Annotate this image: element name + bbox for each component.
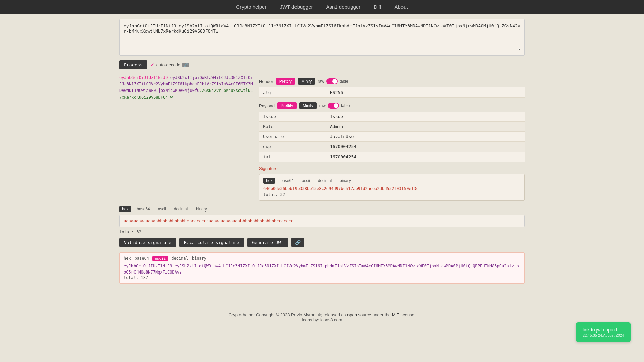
payload-raw-label: raw [319,103,326,108]
jwt-header-text: eyJhbGciOiJIUzI1NiJ9 [119,75,168,80]
result-ascii-tab-active[interactable]: ascii [152,256,168,261]
validate-signature-button[interactable]: Validate signature [119,238,176,247]
result-binary-tab-label[interactable]: binary [192,256,206,261]
payload-minify-button[interactable]: Minify [299,102,316,109]
payload-table-row: iat1670004254 [259,152,525,162]
header-label: Header [259,79,273,84]
result-decimal-tab-label[interactable]: decimal [171,256,189,261]
payload-table: IssuerIssuerRoleAdminUsernameJavaInUseex… [259,112,525,162]
result-value: eyJhbGciOiJIUzI1NiJ9.eyJSb2xlIjoiQWRtaW4… [124,263,520,275]
two-col-layout: eyJhbGciOiJIUzI1NiJ9.eyJSb2xlIjoiQWRtaW4… [119,75,525,201]
nav-asn1-debugger[interactable]: Asn1 debugger [326,4,360,10]
nav-about[interactable]: About [394,4,408,10]
alg-key: alg [259,87,326,98]
payload-table-row: RoleAdmin [259,122,525,132]
auto-decode-label: auto-decode [156,62,180,67]
header-minify-button[interactable]: Minify [298,78,315,85]
result-total: total: 187 [124,275,520,280]
sig-hex-value: 646b0de36bebf9b338bb15e8c2d94d97bc517ab9… [263,186,520,191]
payload-value: Issuer [326,112,525,122]
result-box: hex base64 ascii decimal binary eyJhbGci… [119,252,525,284]
payload-table-row: UsernameJavaInUse [259,132,525,142]
footer-divider [119,289,525,289]
nav-crypto-helper[interactable]: Crypto helper [236,4,266,10]
footer-icons: Icons by: icons8.com [5,317,639,322]
payload-value: Admin [326,122,525,132]
navbar: Crypto helper JWT debugger Asn1 debugger… [0,0,644,14]
open-source-link[interactable]: open source [347,312,371,317]
signature-label: Signature [259,166,525,172]
mit-license-link[interactable]: MIT [392,312,399,317]
header-raw-label: raw [318,79,324,84]
recalculate-signature-button[interactable]: Recalculate signature [179,238,244,247]
input-area: eyJhbGciOiJIUzI1NiJ9.eyJSb2xlIjoiQWRtaW4… [119,19,525,56]
payload-table-row: IssuerIssuer [259,112,525,122]
table-row: alg HS256 [259,87,525,98]
payload-value: JavaInUse [326,132,525,142]
sig-hex-tab[interactable]: hex [263,178,275,184]
sig-base64-tab[interactable]: base64 [278,178,296,184]
generate-jwt-button[interactable]: Generate JWT [247,238,288,247]
payload-section-bar: Payload Prettify Minify raw table [259,102,525,109]
payload-value: 1670004254 [326,142,525,152]
auto-decode-container: ✔ auto-decode 🔗 [151,62,189,67]
jwt-dot2: . [199,88,202,93]
left-column: eyJhbGciOiJIUzI1NiJ9.eyJSb2xlIjoiQWRtaW4… [119,75,254,201]
process-button[interactable]: Process [119,60,147,69]
payload-raw-toggle-container: raw table [319,103,350,109]
payload-key: exp [259,142,326,152]
header-table: alg HS256 [259,87,525,98]
result-base64-tab-label[interactable]: base64 [135,256,149,261]
main-container: eyJhbGciOiJIUzI1NiJ9.eyJSb2xlIjoiQWRtaW4… [114,14,530,300]
nav-jwt-debugger[interactable]: JWT debugger [280,4,313,10]
header-raw-toggle-container: raw table [318,78,348,84]
toast-time: 22:45:35 24.August.2024 [583,333,624,337]
link-icon[interactable]: 🔗 [182,63,189,67]
sig-binary-tab[interactable]: binary [337,178,354,184]
payload-table-row: exp1670004254 [259,142,525,152]
header-toggle[interactable] [326,78,338,84]
header-toggle-knob [332,79,337,84]
payload-value: 1670004254 [326,152,525,162]
secret-decimal-tab[interactable]: decimal [171,206,191,212]
checkmark-icon: ✔ [151,62,154,67]
secret-value[interactable]: aaaaaaaaaaaaabbbbbbbbbbbbbbbcccccccaaaaa… [119,215,525,227]
footer-text: Crypto helper Copyright © 2023 Pavlo Myr… [5,312,639,317]
sig-decimal-tab[interactable]: decimal [315,178,334,184]
jwt-dot1: . [168,75,170,80]
nav-diff[interactable]: Diff [374,4,381,10]
jwt-input[interactable]: eyJhbGciOiJIUzI1NiJ9.eyJSb2xlIjoiQWRtaW4… [124,23,520,50]
secret-hex-tab[interactable]: hex [119,206,131,212]
secret-format-tabs: hex base64 ascii decimal binary [119,206,525,212]
result-format-tabs: hex base64 ascii decimal binary [124,256,520,261]
result-hex-tab-label[interactable]: hex [124,256,131,261]
payload-table-label: table [341,103,350,108]
payload-toggle-knob [334,103,338,108]
payload-key: Username [259,132,326,142]
toolbar: Process ✔ auto-decode 🔗 [119,60,525,69]
alg-value: HS256 [326,87,525,98]
footer: Crypto helper Copyright © 2023 Pavlo Myr… [0,307,644,328]
payload-prettify-button[interactable]: Prettify [277,102,297,109]
secret-base64-tab[interactable]: base64 [134,206,152,212]
header-prettify-button[interactable]: Prettify [276,78,295,85]
signature-box: hex base64 ascii decimal binary 646b0de3… [259,174,525,201]
payload-toggle[interactable] [328,103,339,109]
header-table-label: table [340,79,348,84]
secret-ascii-tab[interactable]: ascii [155,206,169,212]
toast-message: link to jwt copied [583,327,624,333]
payload-label: Payload [259,103,275,108]
right-column: Header Prettify Minify raw table alg HS2… [259,75,525,201]
payload-key: iat [259,152,326,162]
secret-section: hex base64 ascii decimal binary aaaaaaaa… [119,206,525,234]
sig-format-tabs: hex base64 ascii decimal binary [263,178,520,184]
sig-ascii-tab[interactable]: ascii [299,178,313,184]
jwt-token-display: eyJhbGciOiJIUzI1NiJ9.eyJSb2xlIjoiQWRtaW4… [119,75,254,101]
secret-binary-tab[interactable]: binary [193,206,210,212]
payload-key: Role [259,122,326,132]
generate-link-button[interactable]: 🔗 [291,238,304,247]
action-buttons: Validate signature Recalculate signature… [119,238,525,247]
toast-notification: link to jwt copied 22:45:35 24.August.20… [576,322,631,342]
header-section-bar: Header Prettify Minify raw table [259,78,525,85]
sig-total: total: 32 [263,192,520,197]
